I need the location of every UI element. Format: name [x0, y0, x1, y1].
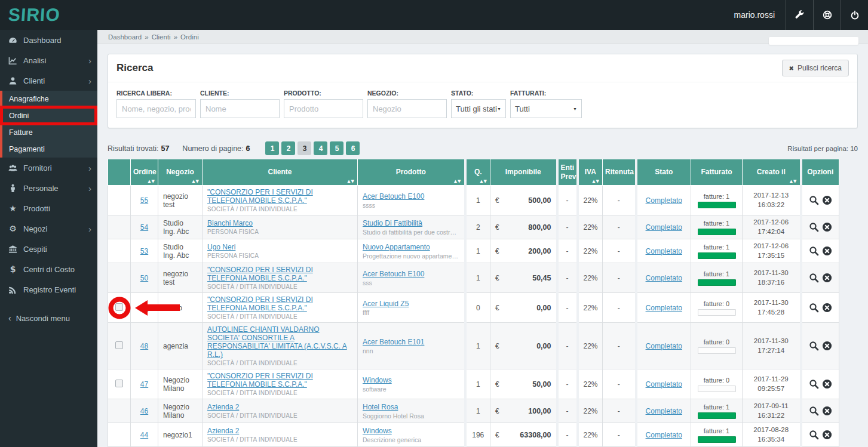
view-order-button[interactable]: [809, 273, 819, 283]
page-button[interactable]: 6: [346, 141, 360, 155]
delete-order-button[interactable]: [822, 273, 832, 283]
sort-icon[interactable]: ▲▼: [454, 179, 462, 184]
stato-select[interactable]: Tutti gli stati ▼: [451, 99, 506, 118]
sidebar-item-ordini[interactable]: Ordini: [2, 107, 97, 124]
header-creato-il[interactable]: Creato il▲▼: [743, 159, 801, 186]
status-link[interactable]: Completato: [646, 304, 682, 312]
sidebar-item-fornitori[interactable]: Fornitori ›: [0, 158, 97, 178]
order-link[interactable]: 53: [140, 247, 148, 255]
header-cliente[interactable]: Cliente▲▼: [203, 159, 358, 186]
product-link[interactable]: Nuovo Appartamento: [363, 243, 430, 251]
sort-icon[interactable]: ▲▼: [148, 179, 155, 184]
client-link[interactable]: Azienda 2: [207, 403, 239, 411]
settings-button[interactable]: [786, 0, 813, 30]
product-link[interactable]: Windows: [363, 427, 392, 435]
fatturati-select[interactable]: Tutti ▼: [510, 99, 582, 118]
delete-order-button[interactable]: [822, 195, 832, 205]
order-link[interactable]: 54: [140, 223, 148, 232]
status-link[interactable]: Completato: [646, 247, 682, 255]
product-link[interactable]: Windows: [363, 376, 392, 384]
view-order-button[interactable]: [809, 379, 819, 389]
view-order-button[interactable]: [809, 195, 819, 205]
delete-order-button[interactable]: [822, 379, 832, 389]
product-link[interactable]: Acer Betouch E101: [363, 338, 424, 346]
header-ordine[interactable]: Ordine▲▼: [131, 159, 158, 186]
view-order-button[interactable]: [809, 341, 819, 351]
view-order-button[interactable]: [809, 430, 819, 440]
sidebar-item-clienti[interactable]: Clienti ›: [0, 70, 97, 91]
prodotto-input[interactable]: [284, 99, 363, 118]
user-menu[interactable]: mario.rossi: [723, 0, 786, 30]
delete-order-button[interactable]: [822, 222, 832, 232]
sidebar-item-nascondi-menu[interactable]: ‹ Nascondi menu: [0, 308, 97, 328]
page-button[interactable]: 5: [330, 141, 343, 155]
clear-search-button[interactable]: ✖ Pulisci ricerca: [782, 60, 849, 76]
row-checkbox[interactable]: [115, 303, 123, 311]
client-link[interactable]: "CONSORZIO PER I SERVIZI DI TELEFONIA MO…: [207, 266, 313, 282]
sidebar-item-fatture[interactable]: Fatture: [2, 124, 97, 141]
product-link[interactable]: Acer Betouch E100: [363, 192, 424, 201]
sidebar-item-cespiti[interactable]: Cespiti: [0, 239, 97, 259]
status-link[interactable]: Completato: [646, 407, 682, 415]
ricerca-libera-input[interactable]: [116, 99, 196, 118]
delete-order-button[interactable]: [822, 246, 832, 256]
view-order-button[interactable]: [809, 406, 819, 416]
delete-order-button[interactable]: [822, 303, 832, 313]
view-order-button[interactable]: [809, 246, 819, 256]
help-button[interactable]: [813, 0, 841, 30]
client-link[interactable]: "CONSORZIO PER I SERVIZI DI TELEFONIA MO…: [207, 372, 313, 389]
client-link[interactable]: "CONSORZIO PER I SERVIZI DI TELEFONIA MO…: [207, 188, 313, 205]
status-link[interactable]: Completato: [646, 431, 682, 439]
status-link[interactable]: Completato: [646, 342, 682, 350]
sidebar-item-registro-eventi[interactable]: Registro Eventi: [0, 279, 97, 300]
negozio-input[interactable]: [367, 99, 447, 118]
row-checkbox[interactable]: [115, 380, 123, 387]
sidebar-item-centri-di-costo[interactable]: $ Centri di Costo: [0, 259, 97, 279]
order-link[interactable]: 48: [140, 342, 148, 350]
sort-icon[interactable]: ▲▼: [480, 179, 487, 184]
product-link[interactable]: Acer Betouch E100: [363, 270, 424, 278]
client-link[interactable]: Ugo Neri: [207, 243, 235, 251]
sidebar-item-analisi[interactable]: Analisi ›: [0, 50, 97, 70]
product-link[interactable]: Hotel Rosa: [363, 403, 398, 411]
page-button[interactable]: 3: [297, 141, 311, 155]
order-link[interactable]: 46: [140, 407, 148, 415]
page-button[interactable]: 2: [281, 141, 295, 155]
row-checkbox[interactable]: [115, 341, 123, 349]
header-iva[interactable]: IVA▲▼: [578, 159, 603, 186]
sort-icon[interactable]: ▲▼: [592, 179, 600, 184]
client-link[interactable]: AUTOLINEE CHIANTI VALDARNO SOCIETA' CONS…: [207, 325, 347, 359]
client-link[interactable]: Bianchi Marco: [207, 219, 253, 227]
sort-icon[interactable]: ▲▼: [347, 179, 355, 184]
order-link[interactable]: 50: [140, 274, 148, 282]
quick-search-box[interactable]: [769, 37, 858, 45]
client-link[interactable]: "CONSORZIO PER I SERVIZI DI TELEFONIA MO…: [207, 295, 313, 312]
order-link[interactable]: 47: [140, 380, 148, 389]
cliente-input[interactable]: [200, 99, 280, 118]
order-link[interactable]: 55: [140, 196, 148, 205]
breadcrumb-item[interactable]: Clienti: [152, 33, 171, 41]
status-link[interactable]: Completato: [646, 274, 682, 282]
header-prodotto[interactable]: Prodotto▲▼: [358, 159, 465, 186]
product-link[interactable]: Studio Di Fattibilità: [363, 219, 422, 227]
status-link[interactable]: Completato: [646, 380, 682, 389]
order-link[interactable]: 49: [140, 304, 148, 312]
sidebar-item-negozi[interactable]: ⚙ Negozi ›: [0, 218, 97, 239]
order-link[interactable]: 44: [140, 431, 148, 439]
delete-order-button[interactable]: [822, 341, 832, 351]
logout-button[interactable]: [841, 0, 868, 30]
delete-order-button[interactable]: [822, 406, 832, 416]
logo-box[interactable]: SIRIO: [0, 0, 97, 30]
view-order-button[interactable]: [809, 303, 819, 313]
page-button[interactable]: 4: [314, 141, 327, 155]
page-button[interactable]: 1: [265, 141, 279, 155]
breadcrumb-item[interactable]: Dashboard: [108, 33, 142, 41]
status-link[interactable]: Completato: [646, 196, 682, 205]
sidebar-item-pagamenti[interactable]: Pagamenti: [2, 141, 97, 158]
header-negozio[interactable]: Negozio▲▼: [158, 159, 203, 186]
product-link[interactable]: Acer Liquid Z5: [363, 300, 409, 308]
sidebar-item-dashboard[interactable]: Dashboard: [0, 30, 97, 50]
header-quantita[interactable]: Q.▲▼: [465, 159, 490, 186]
delete-order-button[interactable]: [822, 430, 832, 440]
sidebar-item-prodotti[interactable]: ★ Prodotti: [0, 198, 97, 218]
